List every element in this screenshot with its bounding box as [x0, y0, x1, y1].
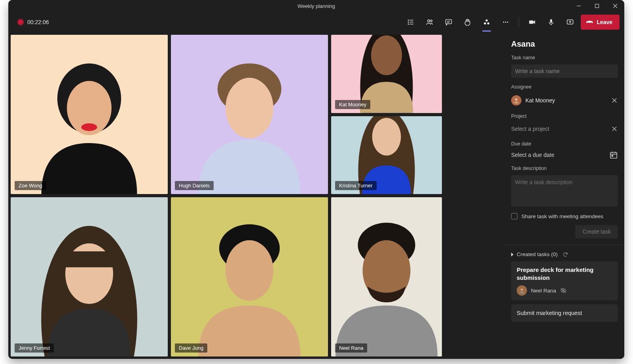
name-tag: Jenny Forrest — [15, 343, 54, 353]
name-tag: Kat Mooney — [335, 100, 370, 109]
video-tile-kristina[interactable]: Kristina Turner — [331, 116, 442, 194]
avatar-placeholder-icon — [171, 197, 328, 356]
avatar — [511, 95, 521, 106]
video-tile-zoe[interactable]: Zoe Wong — [11, 35, 168, 194]
project-select[interactable]: Select a project — [511, 123, 618, 135]
microphone-button[interactable] — [543, 14, 559, 30]
minimize-button[interactable] — [570, 0, 588, 12]
video-tile-dave[interactable]: Dave Jung — [171, 197, 328, 356]
close-button[interactable] — [606, 0, 624, 12]
eye-off-icon — [560, 287, 567, 294]
more-button[interactable] — [497, 14, 514, 30]
task-name-input[interactable] — [511, 64, 618, 78]
name-tag: Hugh Daniels — [175, 181, 214, 190]
name-tag: Zoe Wong — [15, 181, 46, 190]
svg-point-38 — [515, 98, 517, 101]
assignee-label: Assignee — [511, 84, 618, 90]
video-tile-jenny[interactable]: Jenny Forrest — [11, 197, 168, 356]
caret-right-icon — [511, 253, 514, 256]
asana-dots-icon — [483, 18, 491, 26]
share-label: Share task with meeting attendees — [521, 213, 603, 219]
maximize-button[interactable] — [588, 0, 606, 12]
svg-point-20 — [507, 22, 508, 23]
svg-point-6 — [408, 22, 409, 23]
due-date-label: Due date — [511, 141, 618, 147]
svg-point-8 — [408, 24, 409, 25]
task-assignee-name: Neel Rana — [531, 288, 556, 294]
svg-point-16 — [484, 23, 486, 25]
svg-point-35 — [226, 240, 273, 301]
refresh-icon[interactable] — [563, 252, 568, 257]
meeting-timer: 00:22:06 — [27, 19, 49, 25]
task-title: Prepare deck for marketing submission — [517, 266, 612, 281]
list-icon — [407, 18, 415, 26]
window-controls — [570, 0, 624, 12]
share-icon — [566, 18, 574, 26]
people-icon — [426, 18, 434, 26]
minimize-icon — [576, 4, 581, 8]
svg-point-48 — [521, 289, 523, 290]
leave-button[interactable]: Leave — [581, 15, 620, 30]
person-icon — [519, 287, 525, 294]
task-assignee: Neel Rana — [517, 285, 612, 296]
leave-label: Leave — [597, 19, 612, 25]
chat-button[interactable] — [440, 14, 457, 30]
share-screen-button[interactable] — [562, 14, 578, 30]
main-content: Zoe Wong Hugh Daniels Kat Mooney — [8, 32, 624, 359]
microphone-icon — [547, 18, 555, 26]
project-placeholder: Select a project — [511, 126, 550, 132]
video-grid: Zoe Wong Hugh Daniels Kat Mooney — [8, 32, 505, 359]
clear-project-button[interactable] — [611, 125, 618, 132]
title-bar: Weekly planning — [8, 0, 624, 12]
share-checkbox-row[interactable]: Share task with meeting attendees — [511, 213, 618, 219]
toolbar-left: 00:22:06 — [13, 19, 49, 25]
avatar-placeholder-icon — [171, 35, 328, 194]
task-description-input[interactable] — [511, 175, 618, 207]
svg-point-30 — [371, 36, 402, 75]
camera-button[interactable] — [524, 14, 540, 30]
task-description-label: Task description — [511, 166, 618, 171]
svg-point-17 — [487, 23, 490, 25]
task-card[interactable]: Prepare deck for marketing submission Ne… — [511, 261, 618, 300]
avatar — [517, 285, 527, 296]
video-tile-neel[interactable]: Neel Rana — [331, 197, 442, 356]
project-label: Project — [511, 113, 618, 119]
svg-point-31 — [372, 118, 401, 155]
svg-rect-22 — [550, 19, 552, 23]
svg-rect-33 — [65, 251, 113, 267]
panel-divider — [505, 245, 624, 245]
toolbar-separator — [519, 17, 519, 27]
clear-assignee-button[interactable] — [611, 97, 618, 104]
asana-panel: Asana Task name Assignee Kat Mooney Proj… — [505, 32, 624, 359]
video-tile-hugh[interactable]: Hugh Daniels — [171, 35, 328, 194]
panel-title: Asana — [511, 40, 618, 49]
checkbox-icon — [511, 213, 517, 219]
svg-point-18 — [503, 22, 504, 23]
avatar-placeholder-icon — [11, 197, 168, 356]
video-tile-kat[interactable]: Kat Mooney — [331, 35, 442, 113]
hand-icon — [464, 18, 472, 26]
camera-icon — [528, 18, 536, 26]
svg-point-11 — [430, 20, 432, 22]
hangup-icon — [586, 19, 593, 26]
create-task-button[interactable]: Create task — [575, 225, 618, 238]
due-date-select[interactable]: Select a due date — [511, 151, 618, 159]
created-tasks-label: Created tasks (0) — [517, 251, 558, 257]
assignee-chip[interactable]: Kat Mooney — [511, 94, 618, 107]
svg-point-10 — [428, 20, 430, 22]
people-button[interactable] — [421, 14, 438, 30]
name-tag: Neel Rana — [335, 343, 367, 353]
name-tag: Dave Jung — [175, 343, 207, 353]
window-title: Weekly planning — [298, 3, 335, 9]
created-tasks-header[interactable]: Created tasks (0) — [511, 251, 618, 257]
svg-rect-1 — [595, 4, 599, 8]
avatar-placeholder-icon — [11, 35, 168, 194]
svg-rect-21 — [529, 21, 534, 24]
layout-button[interactable] — [402, 14, 419, 30]
svg-point-19 — [505, 22, 506, 23]
avatar-placeholder-icon — [331, 197, 442, 356]
raise-hand-button[interactable] — [459, 14, 476, 30]
apps-button[interactable] — [478, 14, 495, 30]
svg-rect-12 — [446, 19, 452, 24]
task-card[interactable]: Submit marketing request — [511, 304, 618, 322]
